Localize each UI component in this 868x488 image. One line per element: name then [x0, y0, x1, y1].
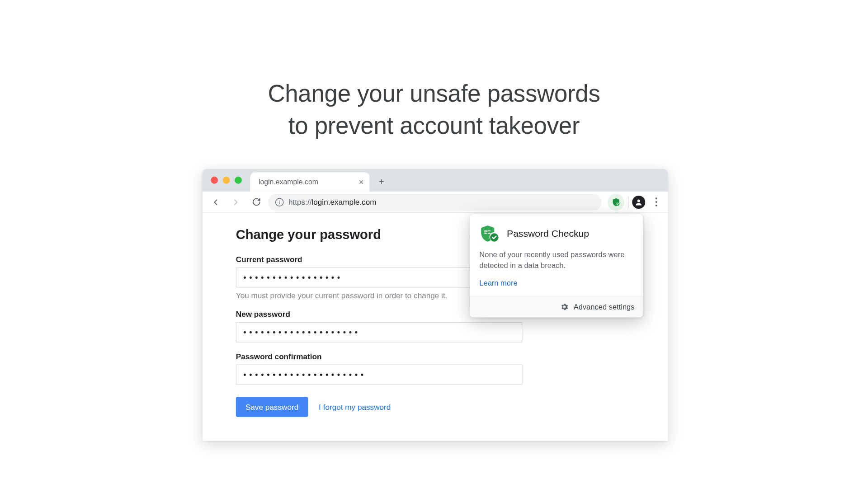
url-protocol: https://	[288, 197, 312, 206]
browser-tab[interactable]: login.example.com ×	[250, 173, 369, 192]
headline-line1: Change your unsafe passwords	[268, 80, 600, 106]
confirm-password-label: Password confirmation	[236, 352, 635, 361]
close-tab-icon[interactable]: ×	[359, 178, 363, 186]
url: https://login.example.com	[288, 197, 377, 206]
browser-window: login.example.com × + i https://login.ex…	[203, 169, 668, 441]
gear-icon	[560, 302, 569, 311]
advanced-settings-button[interactable]: Advanced settings	[470, 296, 643, 318]
advanced-settings-label: Advanced settings	[574, 303, 635, 311]
popover-title: Password Checkup	[507, 229, 589, 239]
url-host: login.example.com	[311, 197, 376, 206]
form-actions: Save password I forgot my password	[236, 397, 635, 417]
tab-title: login.example.com	[259, 178, 318, 186]
headline-line2: to prevent account takeover	[288, 112, 580, 138]
back-button[interactable]	[207, 193, 224, 210]
address-bar[interactable]: i https://login.example.com	[268, 193, 602, 210]
save-password-button[interactable]: Save password	[236, 397, 308, 417]
profile-button[interactable]	[632, 195, 645, 208]
browser-menu-button[interactable]	[649, 197, 663, 206]
browser-toolbar: i https://login.example.com	[203, 192, 668, 213]
maximize-window-button[interactable]	[235, 177, 242, 184]
close-window-button[interactable]	[211, 177, 218, 184]
password-checkup-popover: ** Password Checkup None of your recentl…	[470, 214, 643, 317]
new-tab-button[interactable]: +	[373, 174, 390, 190]
learn-more-link[interactable]: Learn more	[470, 277, 527, 296]
confirm-password-input[interactable]	[236, 365, 523, 385]
forward-button[interactable]	[227, 193, 244, 210]
forgot-password-link[interactable]: I forgot my password	[319, 402, 391, 411]
popover-header: ** Password Checkup	[470, 214, 643, 250]
new-password-input[interactable]	[236, 322, 523, 343]
tab-strip: login.example.com × +	[203, 169, 668, 192]
toolbar-divider	[628, 196, 628, 208]
site-info-icon[interactable]: i	[275, 198, 283, 206]
minimize-window-button[interactable]	[223, 177, 230, 184]
svg-point-1	[637, 199, 640, 202]
headline: Change your unsafe passwords to prevent …	[0, 77, 868, 141]
popover-body: None of your recently used passwords wer…	[470, 250, 643, 277]
svg-text:**: **	[484, 230, 488, 235]
reload-button[interactable]	[248, 193, 264, 210]
shield-check-icon: **	[479, 225, 500, 243]
window-controls	[211, 177, 242, 184]
password-checkup-extension-icon[interactable]	[608, 193, 624, 210]
